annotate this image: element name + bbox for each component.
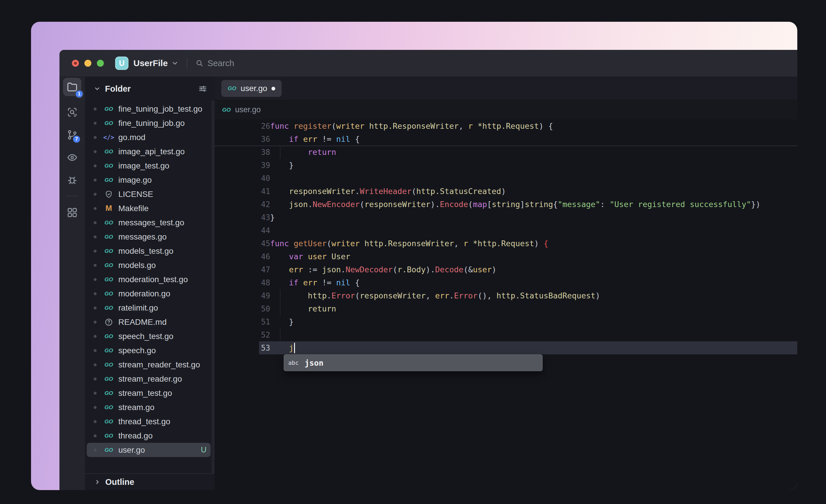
bug-icon[interactable] <box>66 174 78 186</box>
file-row-ratelimit-go[interactable]: GOratelimit.go <box>87 301 211 315</box>
go-file-icon: GO <box>104 390 113 396</box>
file-row-go-mod[interactable]: </>go.mod <box>87 130 211 144</box>
breadcrumb[interactable]: GO user.go <box>215 100 797 120</box>
code-line-26[interactable]: 26func register(writer http.ResponseWrit… <box>215 120 797 132</box>
file-status-dot <box>94 150 97 153</box>
file-row-thread-test-go[interactable]: GOthread_test.go <box>87 415 211 429</box>
filter-settings-icon[interactable] <box>198 84 207 93</box>
file-name: stream.go <box>118 403 155 412</box>
zoom-button[interactable] <box>97 60 104 67</box>
outline-section[interactable]: Outline <box>85 473 215 490</box>
editor-window: U UserFile Search 17 <box>59 50 797 490</box>
search-input[interactable]: Search <box>208 59 234 68</box>
line-number: 52 <box>261 331 270 339</box>
file-row-messages-go[interactable]: GOmessages.go <box>87 230 211 244</box>
go-file-icon: GO <box>222 107 231 113</box>
go-file-icon: GO <box>228 85 236 91</box>
completion-popup: abc json <box>284 354 543 371</box>
file-status-dot <box>94 221 97 224</box>
code-line-53[interactable]: 53 j <box>215 341 797 354</box>
line-number: 53 <box>261 343 270 352</box>
file-status-dot <box>94 449 97 451</box>
close-button[interactable] <box>72 60 79 67</box>
file-row-speech-go[interactable]: GOspeech.go <box>87 343 211 358</box>
code-line-36[interactable]: 36 if err != nil { <box>215 132 797 145</box>
code-line-49[interactable]: 49 http.Error(responseWriter, err.Error(… <box>215 289 797 302</box>
file-row-moderation-go[interactable]: GOmoderation.go <box>87 287 211 301</box>
file-row-stream-go[interactable]: GOstream.go <box>87 400 211 415</box>
grid-icon[interactable] <box>66 206 78 219</box>
file-row-thread-go[interactable]: GOthread.go <box>87 429 211 443</box>
line-number: 46 <box>261 252 270 261</box>
go-file-icon: GO <box>104 120 113 126</box>
file-row-stream-reader-test-go[interactable]: GOstream_reader_test.go <box>87 358 211 372</box>
window-body: 17 Folder GOfine_tuning_job_test.goGOfin… <box>59 77 797 490</box>
folder-icon[interactable]: 1 <box>63 78 81 96</box>
go-file-icon: GO <box>104 262 113 268</box>
code-line-39[interactable]: 39 } <box>215 159 797 172</box>
file-tree: GOfine_tuning_job_test.goGOfine_tuning_j… <box>85 101 215 473</box>
file-name: messages_test.go <box>118 218 184 227</box>
chevron-down-icon[interactable] <box>94 85 101 92</box>
file-row-makefile[interactable]: MMakefile <box>87 201 211 215</box>
file-status-dot <box>94 236 97 238</box>
code-line-43[interactable]: 43} <box>215 211 797 224</box>
file-row-license[interactable]: LICENSE <box>87 187 211 201</box>
file-row-image-api-test-go[interactable]: GOimage_api_test.go <box>87 144 211 159</box>
project-panel-header[interactable]: Folder <box>85 77 215 101</box>
code-line-47[interactable]: 47 err := json.NewDecoder(r.Body).Decode… <box>215 263 797 276</box>
file-row-models-go[interactable]: GOmodels.go <box>87 258 211 272</box>
code-line-48[interactable]: 48 if err != nil { <box>215 276 797 289</box>
file-name: image.go <box>118 176 152 185</box>
go-file-icon: GO <box>104 419 113 425</box>
code-area[interactable]: 26func register(writer http.ResponseWrit… <box>215 120 797 490</box>
file-row-readme-md[interactable]: README.md <box>87 315 211 329</box>
go-file-icon: GO <box>104 305 113 311</box>
file-row-speech-test-go[interactable]: GOspeech_test.go <box>87 329 211 343</box>
file-row-image-go[interactable]: GOimage.go <box>87 173 211 187</box>
code-line-38[interactable]: 38 return <box>215 145 797 159</box>
minimize-button[interactable] <box>84 60 92 67</box>
completion-item-json[interactable]: json <box>304 359 323 367</box>
go-file-icon: GO <box>104 433 113 439</box>
code-line-45[interactable]: 45func getUser(writer http.ResponseWrite… <box>215 237 797 250</box>
code-line-41[interactable]: 41 responseWriter.WriteHeader(http.Statu… <box>215 185 797 198</box>
file-row-moderation-test-go[interactable]: GOmoderation_test.go <box>87 272 211 287</box>
tab-user-go[interactable]: GO user.go <box>221 80 282 97</box>
titlebar-divider <box>187 58 187 68</box>
code-line-52[interactable]: 52 <box>215 328 797 341</box>
git-branch-icon[interactable]: 7 <box>66 128 78 141</box>
file-row-fine-tuning-job-go[interactable]: GOfine_tuning_job.go <box>87 116 211 130</box>
chevron-down-icon[interactable] <box>171 59 179 67</box>
project-name[interactable]: UserFile <box>133 58 168 68</box>
code-line-46[interactable]: 46 var user User <box>215 250 797 263</box>
code-line-50[interactable]: 50 return <box>215 302 797 315</box>
file-status-dot <box>94 434 97 437</box>
file-row-image-test-go[interactable]: GOimage_test.go <box>87 159 211 173</box>
file-name: models.go <box>118 261 156 270</box>
search-icon[interactable] <box>195 59 203 67</box>
code-line-51[interactable]: 51 } <box>215 315 797 328</box>
file-row-messages-test-go[interactable]: GOmessages_test.go <box>87 215 211 230</box>
file-name: image_api_test.go <box>118 147 185 156</box>
eye-icon[interactable] <box>66 151 78 164</box>
file-status-dot <box>94 278 97 281</box>
file-row-user-go[interactable]: GOuser.goU <box>87 443 211 457</box>
file-row-stream-test-go[interactable]: GOstream_test.go <box>87 386 211 400</box>
sidebar-scrollbar[interactable] <box>212 101 215 473</box>
file-row-stream-reader-go[interactable]: GOstream_reader.go <box>87 372 211 386</box>
go-file-icon: GO <box>104 447 113 453</box>
search-scan-icon[interactable] <box>66 106 78 119</box>
unsaved-dot-icon[interactable] <box>272 87 275 90</box>
code-line-44[interactable]: 44 <box>215 224 797 237</box>
code-file-icon: </> <box>103 134 114 141</box>
makefile-icon: M <box>106 204 112 213</box>
file-row-fine-tuning-job-test-go[interactable]: GOfine_tuning_job_test.go <box>87 102 211 116</box>
line-number: 43 <box>261 213 270 222</box>
line-number: 40 <box>261 174 270 183</box>
code-line-42[interactable]: 42 json.NewEncoder(responseWriter).Encod… <box>215 198 797 211</box>
code-line-40[interactable]: 40 <box>215 172 797 185</box>
line-number: 26 <box>261 122 270 130</box>
file-row-models-test-go[interactable]: GOmodels_test.go <box>87 244 211 258</box>
file-status-dot <box>94 420 97 423</box>
